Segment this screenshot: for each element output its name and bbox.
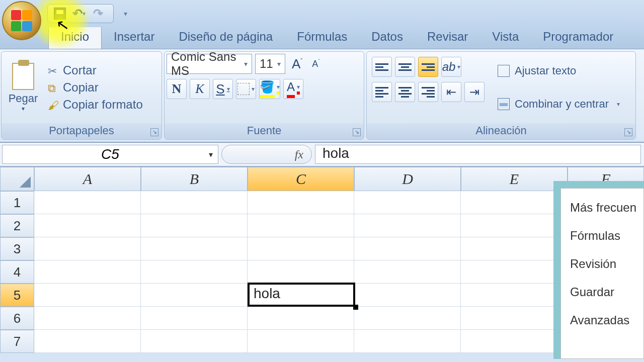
orientation-button[interactable]: ab▾: [441, 57, 461, 77]
cortar-button[interactable]: ✂Cortar: [48, 63, 143, 77]
tab-formulas[interactable]: Fórmulas: [285, 26, 359, 49]
align-center-icon: [398, 87, 412, 98]
align-middle-button[interactable]: [395, 57, 415, 77]
dialog-launcher-fuente[interactable]: ↘: [353, 128, 361, 136]
group-portapapeles: Pegar ▾ ✂Cortar ⧉Copiar 🖌Copiar formato …: [1, 51, 162, 140]
insert-function-button[interactable]: fx: [221, 145, 312, 164]
col-header-D[interactable]: D: [354, 167, 461, 191]
row-header-6[interactable]: 6: [0, 307, 34, 330]
col-header-C[interactable]: C: [248, 167, 354, 191]
align-right-button[interactable]: [418, 82, 438, 102]
increase-indent-icon: ⇥: [469, 85, 479, 99]
row-header-1[interactable]: 1: [0, 191, 34, 214]
qat-customize-button[interactable]: ▾: [124, 10, 127, 18]
chevron-down-icon: ▾: [277, 60, 281, 68]
undo-button[interactable]: ↶▾: [72, 7, 86, 21]
fill-color-icon: 🪣: [260, 80, 275, 98]
formula-input[interactable]: hola: [315, 145, 641, 164]
options-item-guardar[interactable]: Guardar: [570, 278, 643, 306]
redo-icon: ↷: [93, 7, 103, 21]
select-all-corner[interactable]: [0, 167, 34, 191]
tab-datos[interactable]: Datos: [359, 26, 415, 49]
options-dialog: Más frecuen Fórmulas Revisión Guardar Av…: [553, 181, 644, 359]
group-label-fuente: Fuente: [165, 123, 364, 139]
font-size-combo[interactable]: 11▾: [255, 54, 285, 74]
wrap-text-button[interactable]: Ajustar texto: [494, 63, 624, 78]
tab-revisar[interactable]: Revisar: [415, 26, 480, 49]
tab-inicio[interactable]: Inicio: [48, 25, 102, 49]
ribbon-tabs: Inicio Insertar Diseño de página Fórmula…: [0, 27, 644, 49]
selected-cell-value: hola: [254, 286, 280, 301]
pegar-label: Pegar: [9, 92, 38, 105]
row-header-7[interactable]: 7: [0, 330, 34, 353]
row-header-5[interactable]: 5: [0, 284, 34, 307]
formula-value: hola: [323, 145, 349, 161]
name-box-value: C5: [101, 146, 119, 162]
dialog-launcher-portapapeles[interactable]: ↘: [150, 128, 158, 136]
row-header-2[interactable]: 2: [0, 214, 34, 237]
col-header-B[interactable]: B: [141, 167, 248, 191]
tab-diseno[interactable]: Diseño de página: [167, 26, 285, 49]
formula-bar: C5▾ fx hola: [0, 143, 644, 167]
row-header-4[interactable]: 4: [0, 260, 34, 284]
options-item-frecuentes[interactable]: Más frecuen: [570, 194, 643, 222]
font-color-icon: A: [287, 80, 295, 98]
align-top-button[interactable]: [372, 57, 392, 77]
copiar-formato-label: Copiar formato: [63, 98, 143, 112]
col-header-E[interactable]: E: [461, 167, 568, 191]
group-fuente: Comic Sans MS▾ 11▾ Aˆ Aˇ N K S▾ ▾ 🪣▾ A▾ …: [164, 51, 364, 140]
fx-icon: fx: [295, 148, 303, 161]
align-middle-icon: [398, 63, 412, 71]
col-header-A[interactable]: A: [34, 167, 141, 191]
options-item-formulas[interactable]: Fórmulas: [570, 222, 643, 250]
office-button[interactable]: [2, 1, 41, 40]
fill-color-button[interactable]: 🪣▾: [259, 79, 280, 99]
chevron-down-icon: ▾: [244, 60, 248, 68]
copiar-formato-button[interactable]: 🖌Copiar formato: [48, 98, 143, 112]
copiar-label: Copiar: [63, 80, 99, 95]
increase-indent-button[interactable]: ⇥: [464, 82, 485, 102]
selected-cell[interactable]: hola: [248, 283, 355, 307]
underline-button[interactable]: S▾: [213, 79, 233, 99]
fill-handle[interactable]: [353, 305, 358, 310]
chevron-down-icon: ▾: [209, 150, 213, 159]
font-name-combo[interactable]: Comic Sans MS▾: [167, 54, 252, 74]
format-painter-icon: 🖌: [48, 99, 59, 110]
merge-center-label: Combinar y centrar: [515, 98, 609, 111]
align-left-button[interactable]: [372, 82, 392, 102]
align-bottom-button[interactable]: [418, 57, 438, 77]
tab-insertar[interactable]: Insertar: [102, 26, 167, 49]
dialog-launcher-alineacion[interactable]: ↘: [624, 128, 632, 136]
align-top-icon: [375, 63, 388, 71]
italic-button[interactable]: K: [190, 79, 210, 99]
font-name-value: Comic Sans MS: [171, 50, 240, 78]
tab-programador[interactable]: Programador: [531, 26, 625, 49]
group-label-alineacion: Alineación: [367, 123, 635, 139]
wrap-text-icon: [498, 65, 510, 77]
decrease-indent-button[interactable]: ⇤: [441, 82, 461, 102]
undo-icon: ↶: [72, 7, 83, 21]
pegar-button[interactable]: Pegar ▾: [5, 55, 42, 120]
redo-button[interactable]: ↷: [91, 7, 105, 21]
cell-grid[interactable]: hola: [34, 191, 644, 353]
group-alineacion: ab▾ ⇤ ⇥ Ajustar texto Combinar y centrar…: [366, 51, 636, 140]
align-center-button[interactable]: [395, 82, 415, 102]
border-icon: [237, 83, 250, 95]
options-item-avanzadas[interactable]: Avanzadas: [570, 306, 643, 334]
copiar-button[interactable]: ⧉Copiar: [48, 80, 143, 95]
merge-center-button[interactable]: Combinar y centrar▾: [494, 97, 624, 112]
paste-icon: [12, 63, 34, 90]
copy-icon: ⧉: [48, 82, 59, 93]
options-item-revision[interactable]: Revisión: [570, 250, 643, 278]
tab-vista[interactable]: Vista: [480, 26, 531, 49]
name-box[interactable]: C5▾: [2, 145, 218, 164]
align-bottom-icon: [422, 63, 435, 71]
shrink-font-button[interactable]: Aˇ: [309, 58, 323, 70]
row-header-3[interactable]: 3: [0, 237, 34, 260]
borders-button[interactable]: ▾: [236, 79, 256, 99]
bold-button[interactable]: N: [167, 79, 187, 99]
scissors-icon: ✂: [48, 65, 59, 76]
wrap-text-label: Ajustar texto: [515, 64, 576, 77]
font-color-button[interactable]: A▾: [283, 79, 303, 99]
grow-font-button[interactable]: Aˆ: [288, 55, 306, 73]
